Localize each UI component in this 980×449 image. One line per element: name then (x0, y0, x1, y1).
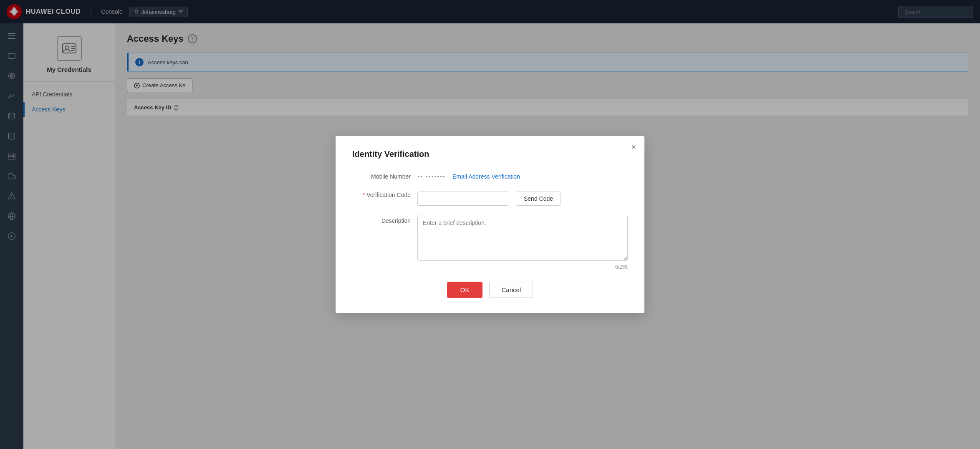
modal-footer: OK Cancel (352, 282, 628, 298)
description-textarea-wrapper: 0/255 (417, 215, 628, 270)
modal-close-button[interactable]: × (631, 143, 636, 151)
send-code-button[interactable]: Send Code (516, 192, 561, 206)
char-count: 0/255 (417, 264, 628, 270)
identity-verification-modal: × Identity Verification Mobile Number ••… (336, 136, 644, 313)
mobile-number-label: Mobile Number (352, 171, 411, 180)
ok-button[interactable]: OK (447, 282, 483, 298)
verification-code-field-group: Send Code (417, 189, 628, 206)
modal-overlay[interactable]: × Identity Verification Mobile Number ••… (0, 0, 980, 449)
description-row: Description 0/255 (352, 215, 628, 270)
description-label: Description (352, 215, 411, 224)
verification-code-input[interactable] (417, 192, 509, 206)
verification-code-row: Verification Code Send Code (352, 189, 628, 206)
modal-title: Identity Verification (352, 149, 628, 159)
description-textarea[interactable] (417, 215, 628, 261)
email-address-verification-link[interactable]: Email Address Verification (452, 173, 520, 180)
mobile-number-value: •• ••••••• Email Address Verification (417, 171, 628, 180)
cancel-button[interactable]: Cancel (489, 282, 533, 298)
verification-code-label: Verification Code (352, 189, 411, 198)
mobile-number-row: Mobile Number •• ••••••• Email Address V… (352, 171, 628, 180)
mobile-number-masked: •• ••••••• (417, 173, 446, 180)
